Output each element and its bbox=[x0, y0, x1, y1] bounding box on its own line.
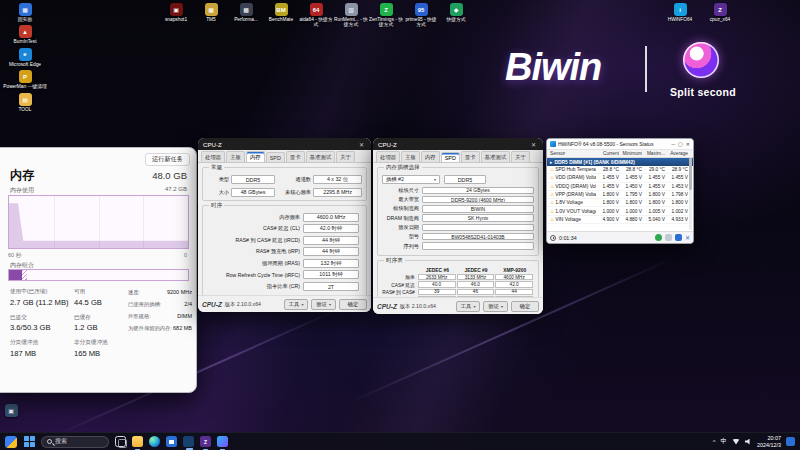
desktop-icon[interactable]: ▣ snapshot1 bbox=[160, 3, 192, 22]
sensor-row[interactable]: ⚠ 1.0V VOUT Voltage 1.000 V 1.000 V 1.00… bbox=[547, 207, 689, 215]
cpuz-tab[interactable]: 基准测试 bbox=[481, 151, 511, 162]
sensor-row[interactable]: ⚠ VPP (DRAM) Voltage 1.800 V 1.795 V 1.8… bbox=[547, 191, 689, 199]
cpuz-tab[interactable]: SPD bbox=[441, 152, 460, 162]
sensor-row[interactable]: ⚠ VIN Voltage 4.900 V 4.880 V 5.040 V 4.… bbox=[547, 216, 689, 224]
ime-indicator[interactable]: 中 bbox=[721, 437, 728, 446]
column-header[interactable]: Current bbox=[596, 151, 619, 156]
store-icon[interactable] bbox=[166, 436, 177, 447]
scrollbar[interactable] bbox=[689, 158, 692, 230]
sensor-maximum: 1.455 V bbox=[642, 175, 665, 180]
column-header[interactable]: Average bbox=[665, 151, 688, 156]
field-value bbox=[422, 224, 534, 232]
close-icon[interactable]: ✕ bbox=[686, 141, 690, 147]
cpuz-tab[interactable]: 处理器 bbox=[201, 151, 225, 162]
hwinfo-icon[interactable] bbox=[217, 436, 228, 447]
desktop-icon[interactable]: ▦ TM5 bbox=[195, 3, 227, 22]
timing-value: 42.0 时钟 bbox=[303, 224, 359, 233]
row-label: RAS# 到 CAS# bbox=[382, 289, 418, 295]
column-header[interactable]: Maxim... bbox=[642, 151, 665, 156]
desktop-icon[interactable]: 64 aida64 - 快捷方式 bbox=[300, 3, 332, 28]
titlebar[interactable]: CPU-Z ✕ bbox=[198, 138, 371, 150]
desktop-icon[interactable]: Z cpuz_x64 bbox=[704, 3, 736, 22]
notification-badge[interactable] bbox=[786, 437, 795, 446]
validate-button[interactable]: 验证▾ bbox=[483, 301, 508, 312]
timing-row: Row Refresh Cycle Time (tRFC) 1011 时钟 bbox=[207, 270, 362, 279]
timing-label: Row Refresh Cycle Time (tRFC) bbox=[207, 272, 303, 278]
close-icon[interactable]: ✕ bbox=[357, 141, 366, 148]
task-manager-icon[interactable] bbox=[183, 436, 194, 447]
sensor-row[interactable]: ⚠ VDD (DRAM) Voltage 1.455 V 1.455 V 1.4… bbox=[547, 174, 689, 182]
groupbox-legend: 常规 bbox=[209, 164, 224, 172]
desktop-icon[interactable]: ▤ TOOL bbox=[2, 93, 48, 112]
reset-values-icon[interactable] bbox=[655, 234, 662, 241]
desktop-icon-snapshot[interactable]: ▣ bbox=[3, 404, 19, 417]
sensor-section-header[interactable]: ▸ DDR5 DIMM [#1] (BANK 0/DIMM42) bbox=[547, 158, 693, 166]
desktop-icon[interactable]: ▦ 固实验 bbox=[2, 3, 48, 22]
slot-select-dropdown[interactable]: 插槽 #2▾ bbox=[382, 175, 440, 184]
cpuz-tab[interactable]: 显卡 bbox=[461, 151, 480, 162]
run-new-task-button[interactable]: 运行新任务 bbox=[145, 153, 190, 166]
layout-icon[interactable] bbox=[675, 234, 682, 241]
volume-icon[interactable] bbox=[745, 439, 752, 445]
desktop-icon[interactable]: Z ZenTimings - 快捷方式 bbox=[370, 3, 402, 28]
taskbar-search[interactable]: 搜索 bbox=[41, 436, 109, 448]
desktop-icon[interactable]: ◆ 快捷方式 bbox=[440, 3, 472, 22]
edge-icon[interactable] bbox=[149, 436, 160, 447]
cpuz-tab[interactable]: SPD bbox=[266, 152, 285, 162]
memory-stat: 已提交 3.6/50.3 GB bbox=[10, 314, 72, 333]
cpuz-tab[interactable]: 处理器 bbox=[376, 151, 400, 162]
desktop-icon[interactable]: e Microsoft Edge bbox=[2, 48, 48, 67]
task-view-icon[interactable] bbox=[115, 436, 126, 447]
sensor-row[interactable]: ⚠ VDDQ (DRAM) Voltage 1.455 V 1.450 V 1.… bbox=[547, 183, 689, 191]
desktop-icon[interactable]: P PowerMan 一键清理 bbox=[2, 70, 48, 89]
desktop-icon-image: ▦ bbox=[19, 3, 32, 16]
maximize-icon[interactable]: ▢ bbox=[678, 141, 683, 147]
titlebar[interactable]: CPU-Z ✕ bbox=[373, 138, 543, 150]
cpuz-tab[interactable]: 关于 bbox=[336, 151, 355, 162]
widgets-icon[interactable] bbox=[5, 436, 17, 448]
column-header[interactable]: Sensor bbox=[550, 151, 596, 156]
sensor-rows: ⚠ SPD Hub Temperature 28.8 °C 28.8 °C 29… bbox=[547, 166, 689, 231]
brand-divider bbox=[645, 46, 647, 92]
cpuz-tab[interactable]: 主板 bbox=[401, 151, 420, 162]
tools-button[interactable]: 工具▾ bbox=[456, 301, 481, 312]
minimize-icon[interactable]: ─ bbox=[672, 141, 676, 147]
timing-label: 指令比率 (CR) bbox=[207, 283, 303, 290]
ok-button[interactable]: 确定 bbox=[339, 299, 367, 310]
desktop-icons-left: ▦ 固实验 ▲ BurnInTest e Microsoft Edge P Po… bbox=[2, 3, 48, 112]
sensor-name: VPP (DRAM) Voltage bbox=[555, 192, 596, 197]
column-header[interactable]: Minimum bbox=[619, 151, 642, 156]
stat-label: 已提交 bbox=[10, 314, 72, 322]
field-label: 模块制造商 bbox=[382, 205, 422, 212]
cpuz-tab[interactable]: 内存 bbox=[421, 151, 440, 162]
close-sensors-icon[interactable]: ✕ bbox=[685, 234, 690, 241]
cpuz-icon[interactable]: Z bbox=[200, 436, 211, 447]
settings-gear-icon[interactable] bbox=[665, 234, 672, 241]
hidden-icons-chevron[interactable]: ^ bbox=[713, 439, 716, 445]
tools-button[interactable]: 工具▾ bbox=[284, 299, 309, 310]
cpuz-tab[interactable]: 基准测试 bbox=[306, 151, 336, 162]
cpuz-tab[interactable]: 显卡 bbox=[286, 151, 305, 162]
clock[interactable]: 20:07 2024/12/3 bbox=[757, 435, 781, 447]
validate-button[interactable]: 验证▾ bbox=[311, 299, 336, 310]
desktop-icon[interactable]: ▥ RunMemt... - 快捷方式 bbox=[335, 3, 367, 28]
cpuz-tab[interactable]: 内存 bbox=[246, 151, 265, 162]
sensor-row[interactable]: ⚠ 1.8V Voltage 1.800 V 1.800 V 1.800 V 1… bbox=[547, 199, 689, 207]
ok-button[interactable]: 确定 bbox=[511, 301, 539, 312]
desktop-icon[interactable]: ▩ Performa... bbox=[230, 3, 262, 22]
split-second-logo-icon bbox=[683, 42, 719, 78]
close-icon[interactable]: ✕ bbox=[529, 141, 538, 148]
titlebar[interactable]: HWiNFO® 64 v8.08-5500 - Sensors Status ─… bbox=[547, 139, 693, 150]
cpuz-tab[interactable]: 关于 bbox=[511, 151, 530, 162]
start-button[interactable] bbox=[23, 436, 35, 448]
desktop-icon[interactable]: ▲ BurnInTest bbox=[2, 25, 48, 44]
wifi-icon[interactable] bbox=[732, 439, 740, 445]
task-manager-window: 运行新任务 内存 48.0 GB 内存使用 47.2 GB 60 秒 0 内存组… bbox=[0, 147, 197, 393]
desktop-icon[interactable]: BM BenchMate bbox=[265, 3, 297, 22]
file-explorer-icon[interactable] bbox=[132, 436, 143, 447]
desktop-icon[interactable]: i HWiNFO64 bbox=[664, 3, 696, 22]
desktop-icon[interactable]: 95 prime95 - 快捷方式 bbox=[405, 3, 437, 28]
sensor-maximum: 1.455 V bbox=[642, 184, 665, 189]
sensor-row[interactable]: ⚠ SPD Hub Temperature 28.8 °C 28.8 °C 29… bbox=[547, 166, 689, 174]
cpuz-tab[interactable]: 主板 bbox=[226, 151, 245, 162]
